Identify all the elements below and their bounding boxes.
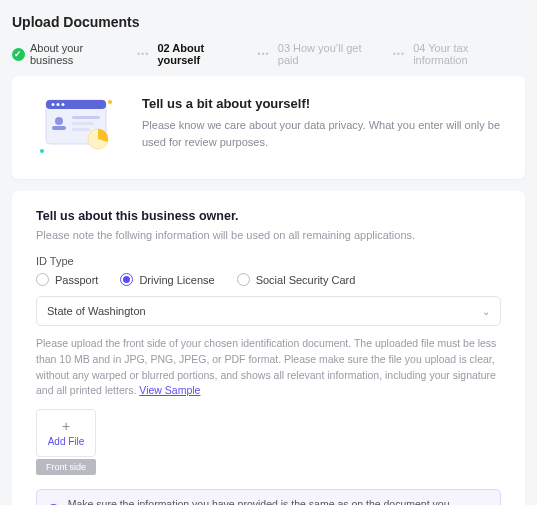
owner-form-card: Tell us about this business owner. Pleas… (12, 191, 525, 505)
step-label: 02 About yourself (157, 42, 249, 66)
svg-point-4 (57, 103, 60, 106)
radio-passport[interactable]: Passport (36, 273, 98, 286)
state-select[interactable]: State of Washington ⌄ (36, 296, 501, 326)
radio-driving-license[interactable]: Driving License (120, 273, 214, 286)
upload-caption: Front side (36, 459, 96, 475)
step-about-yourself[interactable]: 02 About yourself (157, 42, 249, 66)
add-file-label: Add File (48, 436, 85, 447)
step-separator: ••• (137, 49, 149, 59)
step-tax-info[interactable]: 04 Your tax information (413, 42, 525, 66)
step-separator: ••• (257, 49, 269, 59)
radio-ssc[interactable]: Social Security Card (237, 273, 356, 286)
owner-section-subtitle: Please note the follwing information wil… (36, 229, 501, 241)
step-label: 04 Your tax information (413, 42, 525, 66)
step-about-business[interactable]: ✓ About your business (12, 42, 129, 66)
plus-icon: + (62, 419, 70, 433)
radio-label: Passport (55, 274, 98, 286)
upload-help-text: Please upload the front side of your cho… (36, 336, 501, 399)
radio-icon (120, 273, 133, 286)
radio-label: Social Security Card (256, 274, 356, 286)
svg-point-0 (40, 149, 44, 153)
svg-rect-9 (72, 122, 94, 125)
svg-point-12 (108, 100, 112, 104)
id-type-label: ID Type (36, 255, 501, 267)
state-select-value: State of Washington (47, 305, 146, 317)
step-label: About your business (30, 42, 129, 66)
verify-info-notice: i Make sure the information you have pro… (36, 489, 501, 505)
svg-rect-7 (52, 126, 66, 130)
view-sample-link[interactable]: View Sample (139, 384, 200, 396)
stepper: ✓ About your business ••• 02 About yours… (12, 42, 525, 66)
owner-section-title: Tell us about this business owner. (36, 209, 501, 223)
intro-title: Tell us a bit about yourself! (142, 96, 501, 111)
svg-point-6 (55, 117, 63, 125)
notice-text: Make sure the information you have provi… (68, 498, 490, 505)
add-file-button[interactable]: + Add File (36, 409, 96, 457)
step-label: 03 How you’ll get paid (278, 42, 385, 66)
svg-rect-2 (46, 100, 106, 109)
id-card-illustration-icon (36, 94, 120, 161)
radio-label: Driving License (139, 274, 214, 286)
chevron-down-icon: ⌄ (482, 306, 490, 317)
page-title: Upload Documents (12, 14, 525, 30)
svg-point-5 (62, 103, 65, 106)
svg-rect-8 (72, 116, 100, 119)
svg-point-3 (52, 103, 55, 106)
check-icon: ✓ (12, 48, 25, 61)
radio-icon (36, 273, 49, 286)
svg-rect-10 (72, 128, 90, 131)
step-get-paid[interactable]: 03 How you’ll get paid (278, 42, 385, 66)
step-separator: ••• (393, 49, 405, 59)
intro-card: Tell us a bit about yourself! Please kno… (12, 76, 525, 179)
radio-icon (237, 273, 250, 286)
intro-body: Please know we care about your data priv… (142, 117, 501, 150)
id-type-radio-group: Passport Driving License Social Security… (36, 273, 501, 286)
